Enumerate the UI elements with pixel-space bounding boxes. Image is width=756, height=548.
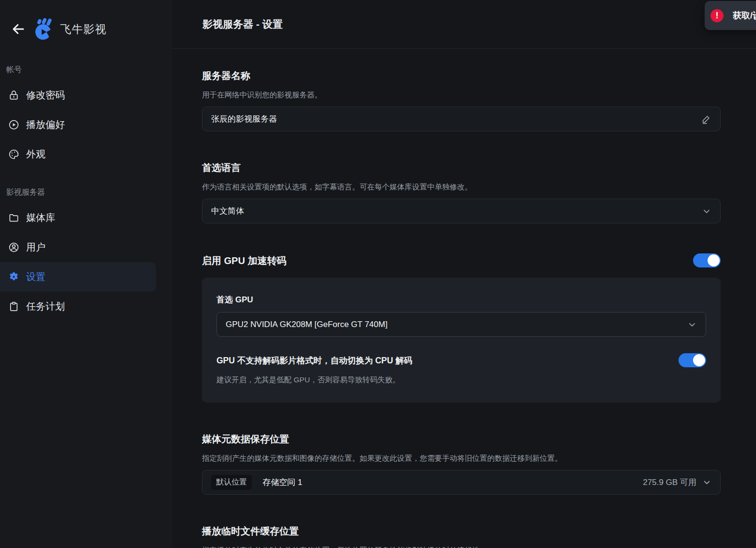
section-metadata-location: 媒体元数据保存位置 指定刮削产生的媒体元数据和图像的存储位置。如果更改此设置，您… [202, 433, 721, 495]
server-name-description: 用于在网络中识别您的影视服务器。 [202, 90, 721, 100]
metadata-location-title: 媒体元数据保存位置 [202, 433, 721, 445]
chevron-down-icon [702, 206, 711, 216]
sidebar-section-media-server: 影视服务器 [0, 187, 172, 198]
server-name-field [202, 107, 721, 131]
page-header: 影视服务器 - 设置 [172, 0, 756, 49]
sidebar-item-label: 用户 [26, 241, 46, 254]
cache-location-description: 指定播放时产生的临时文件的存储位置，所选位置的硬盘性能将影响播放时的流畅性 [202, 545, 721, 548]
sidebar-item-label: 媒体库 [26, 211, 55, 224]
language-value: 中文简体 [211, 205, 244, 217]
sidebar-item-label: 外观 [26, 148, 46, 161]
toggle-knob [693, 354, 705, 366]
metadata-location-select[interactable]: 默认位置 存储空间 1 275.9 GB 可用 [202, 470, 721, 495]
default-location-badge: 默认位置 [211, 475, 252, 490]
available-space: 275.9 GB 可用 [643, 477, 696, 488]
sidebar-item-media-library[interactable]: 媒体库 [0, 203, 156, 233]
sidebar: 飞牛影视 帐号 修改密码 播放偏好 [0, 0, 172, 548]
palette-icon [8, 149, 19, 160]
server-name-title: 服务器名称 [202, 69, 721, 82]
page-title: 影视服务器 - 设置 [202, 17, 283, 31]
sidebar-item-label: 修改密码 [26, 89, 65, 102]
storage-space-value: 存储空间 1 [262, 477, 302, 488]
section-language: 首选语言 作为语言相关设置项的默认选项，如字幕语言。可在每个媒体库设置中单独修改… [202, 161, 721, 223]
gpu-toggle[interactable] [693, 253, 721, 267]
server-name-input[interactable] [211, 114, 701, 124]
preferred-gpu-select[interactable]: GPU2 NVIDIA GK208M [GeForce GT 740M] [216, 312, 706, 337]
edit-icon[interactable] [701, 114, 711, 125]
sidebar-item-change-password[interactable]: 修改密码 [0, 80, 156, 110]
user-circle-icon [8, 242, 19, 253]
error-toast: ! 获取/设置 GPU 失败 [705, 1, 756, 30]
sidebar-item-users[interactable]: 用户 [0, 233, 156, 262]
preferred-gpu-label: 首选 GPU [216, 294, 706, 305]
lock-icon [8, 90, 19, 101]
sidebar-section-account: 帐号 [0, 64, 172, 76]
app-logo-icon [32, 17, 54, 41]
sidebar-item-appearance[interactable]: 外观 [0, 140, 156, 169]
section-gpu: 启用 GPU 加速转码 首选 GPU GPU2 NVIDIA GK208M [G… [202, 253, 721, 403]
cache-location-title: 播放临时文件缓存位置 [202, 525, 721, 537]
section-server-name: 服务器名称 用于在网络中识别您的影视服务器。 [202, 69, 721, 131]
sidebar-item-label: 设置 [26, 270, 46, 283]
gpu-card: 首选 GPU GPU2 NVIDIA GK208M [GeForce GT 74… [202, 278, 721, 403]
gpu-title: 启用 GPU 加速转码 [202, 254, 286, 267]
back-button[interactable] [9, 19, 28, 39]
sidebar-item-playback-preferences[interactable]: 播放偏好 [0, 110, 156, 140]
section-cache-location: 播放临时文件缓存位置 指定播放时产生的临时文件的存储位置，所选位置的硬盘性能将影… [202, 525, 721, 548]
metadata-location-description: 指定刮削产生的媒体元数据和图像的存储位置。如果更改此设置，您需要手动将旧位置的数… [202, 453, 721, 463]
gear-icon [8, 271, 19, 283]
app-name: 飞牛影视 [60, 22, 107, 37]
arrow-left-icon [11, 22, 26, 36]
preferred-gpu-value: GPU2 NVIDIA GK208M [GeForce GT 740M] [226, 320, 387, 329]
toggle-knob [708, 254, 720, 266]
settings-content: 服务器名称 用于在网络中识别您的影视服务器。 首选语言 作为语言相关设置项的默认… [172, 49, 756, 548]
chevron-down-icon [687, 320, 697, 329]
sidebar-item-task-schedule[interactable]: 任务计划 [0, 292, 156, 321]
main-area: ! 获取/设置 GPU 失败 影视服务器 - 设置 服务器名称 用于在网络中识别… [172, 0, 756, 548]
toast-message: 获取/设置 GPU 失败 [733, 10, 756, 21]
language-title: 首选语言 [202, 161, 721, 174]
sidebar-item-label: 播放偏好 [26, 118, 65, 131]
sidebar-header: 飞牛影视 [0, 0, 172, 58]
cpu-fallback-toggle[interactable] [679, 353, 706, 367]
folder-icon [8, 212, 19, 224]
sidebar-item-label: 任务计划 [26, 300, 65, 313]
language-description: 作为语言相关设置项的默认选项，如字幕语言。可在每个媒体库设置中单独修改。 [202, 182, 721, 192]
clipboard-icon [8, 301, 19, 313]
language-select[interactable]: 中文简体 [202, 199, 721, 223]
sidebar-item-settings[interactable]: 设置 [0, 262, 156, 292]
play-circle-icon [8, 119, 19, 131]
error-icon: ! [710, 9, 724, 22]
chevron-down-icon [702, 478, 711, 487]
cpu-fallback-title: GPU 不支持解码影片格式时，自动切换为 CPU 解码 [216, 355, 412, 366]
cpu-fallback-description: 建议开启，尤其是低配 GPU，否则容易导致转码失败。 [216, 375, 706, 385]
